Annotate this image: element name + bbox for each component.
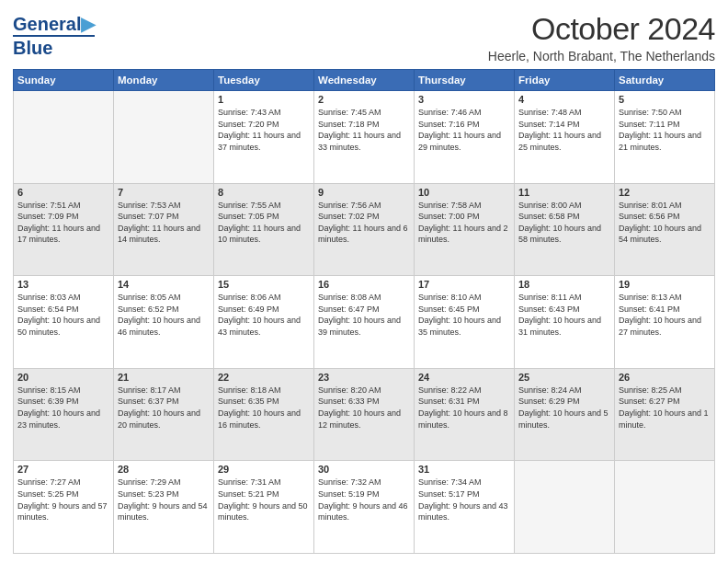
day-info: Sunrise: 7:34 AMSunset: 5:17 PMDaylight:… [418, 477, 510, 523]
table-row: 9Sunrise: 7:56 AMSunset: 7:02 PMDaylight… [314, 183, 415, 276]
day-info: Sunrise: 8:05 AMSunset: 6:52 PMDaylight:… [118, 292, 210, 338]
calendar-week-row: 20Sunrise: 8:15 AMSunset: 6:39 PMDayligh… [14, 368, 715, 461]
logo: General▶ Blue [13, 13, 95, 59]
table-row [515, 461, 615, 554]
day-info: Sunrise: 8:13 AMSunset: 6:41 PMDaylight:… [619, 292, 711, 338]
day-info: Sunrise: 7:53 AMSunset: 7:07 PMDaylight:… [118, 200, 210, 246]
col-wednesday: Wednesday [314, 70, 415, 91]
table-row [114, 91, 214, 184]
table-row: 8Sunrise: 7:55 AMSunset: 7:05 PMDaylight… [214, 183, 314, 276]
day-info: Sunrise: 7:31 AMSunset: 5:21 PMDaylight:… [218, 477, 310, 523]
day-number: 3 [418, 94, 510, 105]
day-number: 11 [518, 187, 610, 198]
day-info: Sunrise: 8:18 AMSunset: 6:35 PMDaylight:… [218, 385, 310, 431]
table-row: 27Sunrise: 7:27 AMSunset: 5:25 PMDayligh… [14, 461, 114, 554]
table-row: 29Sunrise: 7:31 AMSunset: 5:21 PMDayligh… [214, 461, 314, 554]
day-number: 8 [218, 187, 310, 198]
table-row: 20Sunrise: 8:15 AMSunset: 6:39 PMDayligh… [14, 368, 114, 461]
calendar-week-row: 1Sunrise: 7:43 AMSunset: 7:20 PMDaylight… [14, 91, 715, 184]
day-number: 22 [218, 372, 310, 383]
day-number: 31 [418, 464, 510, 475]
day-info: Sunrise: 8:10 AMSunset: 6:45 PMDaylight:… [418, 292, 510, 338]
day-info: Sunrise: 8:00 AMSunset: 6:58 PMDaylight:… [518, 200, 610, 246]
day-number: 4 [518, 94, 610, 105]
calendar-week-row: 27Sunrise: 7:27 AMSunset: 5:25 PMDayligh… [14, 461, 715, 554]
day-number: 2 [318, 94, 410, 105]
calendar-header-row: Sunday Monday Tuesday Wednesday Thursday… [14, 70, 715, 91]
day-number: 29 [218, 464, 310, 475]
day-number: 9 [318, 187, 410, 198]
day-number: 21 [118, 372, 210, 383]
day-info: Sunrise: 8:15 AMSunset: 6:39 PMDaylight:… [17, 385, 109, 431]
day-number: 26 [619, 372, 711, 383]
day-info: Sunrise: 7:58 AMSunset: 7:00 PMDaylight:… [418, 200, 510, 246]
day-number: 20 [17, 372, 109, 383]
col-thursday: Thursday [415, 70, 515, 91]
day-number: 14 [118, 279, 210, 290]
table-row: 19Sunrise: 8:13 AMSunset: 6:41 PMDayligh… [615, 276, 715, 369]
day-info: Sunrise: 8:11 AMSunset: 6:43 PMDaylight:… [518, 292, 610, 338]
table-row: 21Sunrise: 8:17 AMSunset: 6:37 PMDayligh… [114, 368, 214, 461]
day-number: 13 [17, 279, 109, 290]
month-title: October 2024 [488, 11, 715, 47]
table-row: 11Sunrise: 8:00 AMSunset: 6:58 PMDayligh… [515, 183, 615, 276]
day-number: 19 [619, 279, 711, 290]
day-number: 6 [17, 187, 109, 198]
day-info: Sunrise: 8:25 AMSunset: 6:27 PMDaylight:… [619, 385, 711, 431]
table-row: 12Sunrise: 8:01 AMSunset: 6:56 PMDayligh… [615, 183, 715, 276]
day-number: 18 [518, 279, 610, 290]
day-info: Sunrise: 8:20 AMSunset: 6:33 PMDaylight:… [318, 385, 410, 431]
table-row: 16Sunrise: 8:08 AMSunset: 6:47 PMDayligh… [314, 276, 415, 369]
table-row: 30Sunrise: 7:32 AMSunset: 5:19 PMDayligh… [314, 461, 415, 554]
day-info: Sunrise: 7:55 AMSunset: 7:05 PMDaylight:… [218, 200, 310, 246]
table-row: 24Sunrise: 8:22 AMSunset: 6:31 PMDayligh… [415, 368, 515, 461]
day-number: 10 [418, 187, 510, 198]
day-info: Sunrise: 7:48 AMSunset: 7:14 PMDaylight:… [518, 107, 610, 153]
table-row [14, 91, 114, 184]
day-number: 12 [619, 187, 711, 198]
table-row: 2Sunrise: 7:45 AMSunset: 7:18 PMDaylight… [314, 91, 415, 184]
day-info: Sunrise: 8:22 AMSunset: 6:31 PMDaylight:… [418, 385, 510, 431]
table-row: 10Sunrise: 7:58 AMSunset: 7:00 PMDayligh… [415, 183, 515, 276]
table-row: 1Sunrise: 7:43 AMSunset: 7:20 PMDaylight… [214, 91, 314, 184]
day-number: 23 [318, 372, 410, 383]
col-saturday: Saturday [615, 70, 715, 91]
day-info: Sunrise: 8:06 AMSunset: 6:49 PMDaylight:… [218, 292, 310, 338]
table-row: 4Sunrise: 7:48 AMSunset: 7:14 PMDaylight… [515, 91, 615, 184]
day-number: 25 [518, 372, 610, 383]
table-row: 25Sunrise: 8:24 AMSunset: 6:29 PMDayligh… [515, 368, 615, 461]
day-info: Sunrise: 8:03 AMSunset: 6:54 PMDaylight:… [17, 292, 109, 338]
calendar-week-row: 6Sunrise: 7:51 AMSunset: 7:09 PMDaylight… [14, 183, 715, 276]
table-row: 6Sunrise: 7:51 AMSunset: 7:09 PMDaylight… [14, 183, 114, 276]
day-info: Sunrise: 7:56 AMSunset: 7:02 PMDaylight:… [318, 200, 410, 246]
logo-blue: Blue [13, 35, 95, 59]
location: Heerle, North Brabant, The Netherlands [488, 49, 715, 63]
day-number: 27 [17, 464, 109, 475]
day-info: Sunrise: 7:43 AMSunset: 7:20 PMDaylight:… [218, 107, 310, 153]
day-number: 16 [318, 279, 410, 290]
day-info: Sunrise: 8:17 AMSunset: 6:37 PMDaylight:… [118, 385, 210, 431]
table-row: 5Sunrise: 7:50 AMSunset: 7:11 PMDaylight… [615, 91, 715, 184]
day-info: Sunrise: 8:24 AMSunset: 6:29 PMDaylight:… [518, 385, 610, 431]
day-info: Sunrise: 7:51 AMSunset: 7:09 PMDaylight:… [17, 200, 109, 246]
calendar-week-row: 13Sunrise: 8:03 AMSunset: 6:54 PMDayligh… [14, 276, 715, 369]
col-friday: Friday [515, 70, 615, 91]
table-row: 18Sunrise: 8:11 AMSunset: 6:43 PMDayligh… [515, 276, 615, 369]
day-number: 5 [619, 94, 711, 105]
table-row: 28Sunrise: 7:29 AMSunset: 5:23 PMDayligh… [114, 461, 214, 554]
title-block: October 2024 Heerle, North Brabant, The … [488, 11, 715, 63]
day-info: Sunrise: 8:08 AMSunset: 6:47 PMDaylight:… [318, 292, 410, 338]
day-info: Sunrise: 7:27 AMSunset: 5:25 PMDaylight:… [17, 477, 109, 523]
table-row: 7Sunrise: 7:53 AMSunset: 7:07 PMDaylight… [114, 183, 214, 276]
day-number: 24 [418, 372, 510, 383]
day-info: Sunrise: 8:01 AMSunset: 6:56 PMDaylight:… [619, 200, 711, 246]
header: General▶ Blue October 2024 Heerle, North… [13, 11, 715, 63]
day-info: Sunrise: 7:29 AMSunset: 5:23 PMDaylight:… [118, 477, 210, 523]
col-tuesday: Tuesday [214, 70, 314, 91]
col-sunday: Sunday [14, 70, 114, 91]
table-row: 17Sunrise: 8:10 AMSunset: 6:45 PMDayligh… [415, 276, 515, 369]
page: General▶ Blue October 2024 Heerle, North… [0, 0, 728, 563]
day-number: 17 [418, 279, 510, 290]
day-number: 30 [318, 464, 410, 475]
day-info: Sunrise: 7:46 AMSunset: 7:16 PMDaylight:… [418, 107, 510, 153]
